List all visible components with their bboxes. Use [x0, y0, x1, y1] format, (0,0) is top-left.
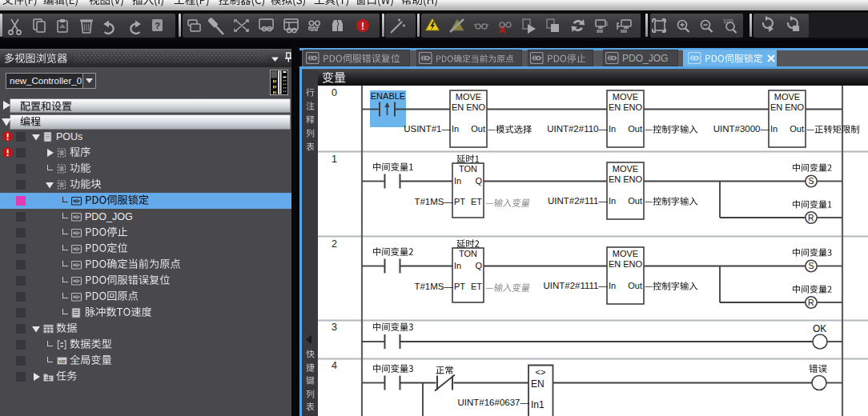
svg-text:!: ! [361, 20, 364, 31]
svg-text:1: 1 [605, 21, 609, 26]
svg-text:?: ? [155, 21, 160, 30]
svg-text:100: 100 [723, 18, 733, 25]
svg-text:var: var [58, 358, 66, 363]
